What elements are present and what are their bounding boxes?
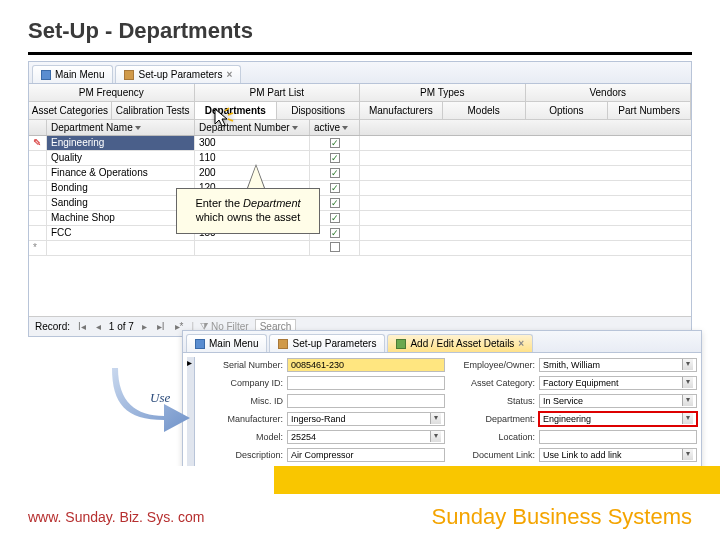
checkbox-icon[interactable]: ✓: [330, 213, 340, 223]
new-row[interactable]: *: [29, 241, 691, 256]
dropdown-icon[interactable]: ▾: [682, 413, 693, 424]
field-input[interactable]: Factory Equipment▾: [539, 376, 697, 390]
row-selector[interactable]: ✎: [29, 136, 47, 150]
field-input[interactable]: In Service▾: [539, 394, 697, 408]
dropdown-icon[interactable]: ▾: [430, 413, 441, 424]
table-row[interactable]: ✎Engineering300✓: [29, 136, 691, 151]
cell-name[interactable]: Engineering: [47, 136, 195, 150]
cell-name[interactable]: Quality: [47, 151, 195, 165]
tab-label: Add / Edit Asset Details: [410, 338, 514, 349]
cell-name[interactable]: Finance & Operations: [47, 166, 195, 180]
tab-models[interactable]: Models: [443, 102, 526, 119]
checkbox-icon[interactable]: ✓: [330, 168, 340, 178]
field-input[interactable]: Ingerso-Rand▾: [287, 412, 445, 426]
field-input[interactable]: Engineering▾: [539, 412, 697, 426]
field-input[interactable]: Air Compressor: [287, 448, 445, 462]
tab-manufacturers[interactable]: Manufacturers: [360, 102, 443, 119]
table-row[interactable]: Machine Shop✓: [29, 211, 691, 226]
nav-next-button[interactable]: ▸: [140, 321, 149, 332]
checkbox-icon[interactable]: ✓: [330, 153, 340, 163]
checkbox-icon[interactable]: ✓: [330, 228, 340, 238]
col-department-name[interactable]: Department Name: [47, 120, 195, 135]
table-row[interactable]: FCC150✓: [29, 226, 691, 241]
dropdown-icon[interactable]: ▾: [682, 395, 693, 406]
tab-pm-frequency[interactable]: PM Frequency: [29, 84, 195, 101]
cell-name[interactable]: Sanding: [47, 196, 195, 210]
asset-details-window: Main Menu Set-up Parameters Add / Edit A…: [182, 330, 702, 488]
checkbox-icon[interactable]: [330, 242, 340, 252]
cell-name[interactable]: Machine Shop: [47, 211, 195, 225]
dropdown-icon[interactable]: ▾: [682, 377, 693, 388]
field-input[interactable]: 0085461-230: [287, 358, 445, 372]
row-selector-header[interactable]: [29, 120, 47, 135]
checkbox-icon[interactable]: ✓: [330, 183, 340, 193]
col-active[interactable]: active: [310, 120, 360, 135]
tab-asset-details[interactable]: Add / Edit Asset Details×: [387, 334, 533, 352]
checkbox-icon[interactable]: ✓: [330, 198, 340, 208]
field-input[interactable]: [539, 430, 697, 444]
field-label: Description:: [205, 450, 287, 460]
cell-active[interactable]: ✓: [310, 151, 360, 165]
page-title: Set-Up - Departments: [0, 0, 720, 52]
tab-vendors[interactable]: Vendors: [526, 84, 692, 101]
row-selector[interactable]: [29, 181, 47, 195]
cell-number[interactable]: 300: [195, 136, 310, 150]
checkbox-icon[interactable]: ✓: [330, 138, 340, 148]
record-label: Record:: [35, 321, 70, 332]
field-label: Asset Category:: [457, 378, 539, 388]
tab-departments[interactable]: Departments: [195, 102, 278, 119]
tab-pm-types[interactable]: PM Types: [360, 84, 526, 101]
field-label: Company ID:: [205, 378, 287, 388]
row-selector[interactable]: [29, 226, 47, 240]
nav-last-button[interactable]: ▸I: [155, 321, 167, 332]
field-label: Status:: [457, 396, 539, 406]
grid-header: Department Name Department Number active: [29, 120, 691, 136]
close-icon[interactable]: ×: [518, 338, 524, 349]
form-row: Department:Engineering▾: [457, 411, 697, 426]
tab-setup-parameters[interactable]: Set-up Parameters: [269, 334, 385, 352]
field-label: Location:: [457, 432, 539, 442]
setup-icon: [124, 70, 134, 80]
cell-active[interactable]: ✓: [310, 166, 360, 180]
row-selector[interactable]: [29, 196, 47, 210]
field-input[interactable]: 25254▾: [287, 430, 445, 444]
tab-options[interactable]: Options: [526, 102, 609, 119]
field-input[interactable]: [287, 394, 445, 408]
nav-prev-button[interactable]: ◂: [94, 321, 103, 332]
row-selector[interactable]: [29, 211, 47, 225]
tab-part-numbers[interactable]: Part Numbers: [608, 102, 691, 119]
cell-number[interactable]: 110: [195, 151, 310, 165]
dropdown-icon[interactable]: ▾: [682, 449, 693, 460]
dropdown-icon[interactable]: ▾: [430, 431, 441, 442]
row-selector[interactable]: [29, 151, 47, 165]
dropdown-icon[interactable]: ▾: [682, 359, 693, 370]
table-row[interactable]: Bonding120✓: [29, 181, 691, 196]
tab-setup-parameters[interactable]: Set-up Parameters×: [115, 65, 241, 83]
tab-calibration-tests[interactable]: Calibration Tests: [112, 102, 195, 119]
col-label: Department Number: [199, 122, 290, 133]
tab-pm-part-list[interactable]: PM Part List: [195, 84, 361, 101]
tab-asset-categories[interactable]: Asset Categories: [29, 102, 112, 119]
table-row[interactable]: Quality110✓: [29, 151, 691, 166]
close-icon[interactable]: ×: [226, 69, 232, 80]
form-row: Employee/Owner:Smith, William▾: [457, 357, 697, 372]
table-row[interactable]: Finance & Operations200✓: [29, 166, 691, 181]
tab-dispositions[interactable]: Dispositions: [277, 102, 360, 119]
field-input[interactable]: Use Link to add link▾: [539, 448, 697, 462]
sort-icon: [135, 126, 141, 130]
cell-name[interactable]: Bonding: [47, 181, 195, 195]
row-selector[interactable]: [29, 166, 47, 180]
form-row: Serial Number:0085461-230: [205, 357, 445, 372]
col-department-number[interactable]: Department Number: [195, 120, 310, 135]
field-input[interactable]: [287, 376, 445, 390]
footer-url: www. Sunday. Biz. Sys. com: [28, 509, 204, 525]
tab-main-menu[interactable]: Main Menu: [32, 65, 113, 83]
cell-active[interactable]: ✓: [310, 136, 360, 150]
tab-label: Main Menu: [209, 338, 258, 349]
table-row[interactable]: Sanding130✓: [29, 196, 691, 211]
field-input[interactable]: Smith, William▾: [539, 358, 697, 372]
nav-first-button[interactable]: I◂: [76, 321, 88, 332]
cell-name[interactable]: FCC: [47, 226, 195, 240]
form-row: Location:: [457, 429, 697, 444]
tab-main-menu[interactable]: Main Menu: [186, 334, 267, 352]
